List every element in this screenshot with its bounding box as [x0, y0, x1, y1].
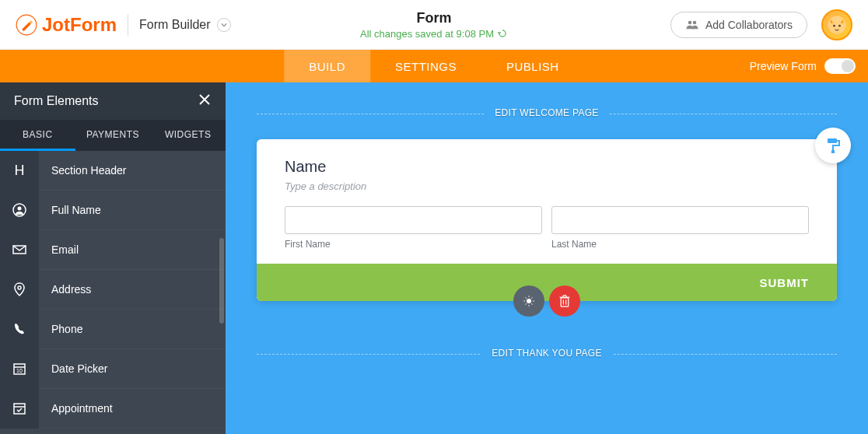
- top-bar: JotForm Form Builder Form All changes sa…: [0, 0, 868, 50]
- calendar-check-icon: [0, 389, 39, 429]
- sidebar-title: Form Elements: [14, 94, 98, 108]
- nav-tabs: BUILD SETTINGS PUBLISH: [284, 50, 583, 82]
- svg-rect-21: [831, 150, 835, 153]
- brand-logo[interactable]: JotForm: [16, 14, 117, 36]
- paint-roller-icon: [824, 136, 842, 155]
- svg-text:H: H: [15, 163, 25, 178]
- element-phone[interactable]: Phone: [0, 310, 226, 349]
- field-title[interactable]: Name: [285, 158, 809, 176]
- sidebar: Form Elements BASIC PAYMENTS WIDGETS H S…: [0, 82, 226, 434]
- nav-right: Preview Form: [750, 58, 868, 74]
- field-description[interactable]: Type a description: [285, 180, 809, 192]
- tab-publish[interactable]: PUBLISH: [481, 50, 584, 82]
- form-body: Name Type a description First Name Last …: [257, 139, 837, 264]
- svg-point-1: [688, 20, 692, 24]
- close-sidebar-button[interactable]: [198, 93, 212, 110]
- first-name-label: First Name: [285, 239, 542, 250]
- svg-point-2: [693, 20, 697, 24]
- chevron-down-icon: [221, 22, 227, 28]
- elements-list: H Section Header Full Name Email Address…: [0, 151, 226, 434]
- last-name-col: Last Name: [551, 206, 809, 250]
- brand-name: JotForm: [42, 14, 117, 36]
- sidebar-tab-basic[interactable]: BASIC: [0, 120, 75, 151]
- topbar-right: Add Collaborators: [670, 9, 852, 40]
- user-icon: [0, 191, 39, 230]
- thankyou-divider: EDIT THANK YOU PAGE: [257, 354, 837, 355]
- main-nav: BUILD SETTINGS PUBLISH Preview Form: [0, 50, 868, 82]
- form-builder-dropdown[interactable]: [217, 18, 231, 32]
- sidebar-tab-widgets[interactable]: WIDGETS: [150, 120, 226, 151]
- user-avatar[interactable]: [821, 9, 852, 40]
- pencil-icon: [16, 14, 37, 36]
- edit-thankyou-page[interactable]: EDIT THANK YOU PAGE: [481, 348, 613, 359]
- location-icon: [0, 270, 39, 310]
- divider: [128, 14, 128, 36]
- add-collaborators-button[interactable]: Add Collaborators: [670, 12, 807, 38]
- tab-settings[interactable]: SETTINGS: [370, 50, 481, 82]
- element-full-name[interactable]: Full Name: [0, 191, 226, 230]
- svg-point-3: [828, 16, 845, 33]
- svg-point-10: [18, 286, 21, 289]
- cat-avatar-icon: [826, 14, 848, 36]
- field-delete-button[interactable]: [549, 285, 580, 317]
- field-settings-button[interactable]: [513, 285, 544, 317]
- history-icon[interactable]: [497, 28, 508, 39]
- edit-welcome-page[interactable]: EDIT WELCOME PAGE: [484, 107, 609, 118]
- svg-point-8: [18, 207, 22, 211]
- form-card[interactable]: Name Type a description First Name Last …: [257, 139, 837, 301]
- tab-build[interactable]: BUILD: [284, 50, 370, 82]
- element-email[interactable]: Email: [0, 230, 226, 270]
- element-address[interactable]: Address: [0, 270, 226, 310]
- sidebar-scrollbar[interactable]: [219, 238, 224, 324]
- field-action-buttons: [513, 285, 580, 317]
- form-canvas: EDIT WELCOME PAGE Name Type a descriptio…: [226, 82, 868, 434]
- svg-point-5: [838, 24, 841, 26]
- svg-text:10: 10: [16, 368, 23, 373]
- first-name-input[interactable]: [285, 206, 542, 234]
- svg-rect-16: [561, 298, 569, 306]
- phone-icon: [0, 310, 39, 349]
- svg-rect-20: [828, 138, 837, 143]
- preview-toggle[interactable]: [824, 58, 856, 74]
- envelope-icon: [0, 230, 39, 270]
- last-name-label: Last Name: [551, 239, 809, 250]
- welcome-divider: EDIT WELCOME PAGE: [257, 114, 837, 114]
- form-title[interactable]: Form: [360, 10, 508, 26]
- gear-icon: [522, 294, 536, 308]
- form-builder-label: Form Builder: [139, 18, 211, 32]
- sidebar-header: Form Elements: [0, 82, 226, 120]
- svg-point-4: [833, 24, 835, 26]
- people-icon: [685, 19, 699, 30]
- submit-button[interactable]: SUBMIT: [760, 276, 810, 289]
- element-section-header[interactable]: H Section Header: [0, 151, 226, 191]
- svg-rect-14: [14, 404, 25, 414]
- sidebar-tabs: BASIC PAYMENTS WIDGETS: [0, 120, 226, 151]
- preview-form-label: Preview Form: [750, 60, 817, 72]
- heading-icon: H: [0, 151, 39, 191]
- form-designer-button[interactable]: [815, 128, 851, 163]
- first-name-col: First Name: [285, 206, 542, 250]
- calendar-icon: 10: [0, 349, 39, 389]
- sidebar-tab-payments[interactable]: PAYMENTS: [75, 120, 151, 151]
- workspace: Form Elements BASIC PAYMENTS WIDGETS H S…: [0, 82, 868, 434]
- form-title-block: Form All changes saved at 9:08 PM: [360, 10, 508, 40]
- save-status: All changes saved at 9:08 PM: [360, 28, 508, 40]
- last-name-input[interactable]: [551, 206, 809, 234]
- name-row: First Name Last Name: [285, 206, 809, 250]
- trash-icon: [558, 294, 571, 308]
- element-appointment[interactable]: Appointment: [0, 389, 226, 429]
- close-icon: [198, 93, 212, 107]
- element-date-picker[interactable]: 10 Date Picker: [0, 349, 226, 389]
